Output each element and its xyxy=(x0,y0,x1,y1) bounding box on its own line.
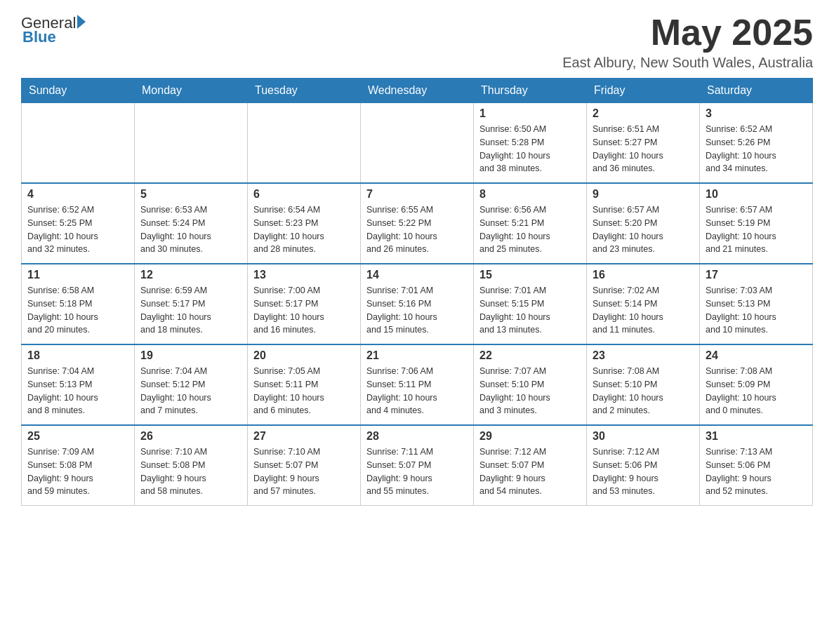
calendar-cell: 12Sunrise: 6:59 AMSunset: 5:17 PMDayligh… xyxy=(135,264,248,344)
calendar-cell: 26Sunrise: 7:10 AMSunset: 5:08 PMDayligh… xyxy=(135,425,248,506)
calendar-table: SundayMondayTuesdayWednesdayThursdayFrid… xyxy=(21,78,813,506)
day-info: Sunrise: 7:01 AMSunset: 5:15 PMDaylight:… xyxy=(479,284,581,337)
day-number: 14 xyxy=(366,269,468,281)
calendar-cell: 24Sunrise: 7:08 AMSunset: 5:09 PMDayligh… xyxy=(700,344,813,425)
calendar-cell xyxy=(248,103,361,184)
day-info: Sunrise: 7:08 AMSunset: 5:09 PMDaylight:… xyxy=(706,365,807,417)
day-number: 15 xyxy=(479,269,581,281)
day-number: 11 xyxy=(27,269,128,281)
day-number: 29 xyxy=(479,430,581,443)
calendar-cell: 10Sunrise: 6:57 AMSunset: 5:19 PMDayligh… xyxy=(700,183,813,264)
calendar-cell xyxy=(361,103,474,184)
calendar-cell: 3Sunrise: 6:52 AMSunset: 5:26 PMDaylight… xyxy=(700,103,813,184)
day-info: Sunrise: 6:55 AMSunset: 5:22 PMDaylight:… xyxy=(366,203,468,256)
day-header-monday: Monday xyxy=(135,79,248,103)
day-info: Sunrise: 6:52 AMSunset: 5:25 PMDaylight:… xyxy=(27,203,128,256)
day-info: Sunrise: 6:52 AMSunset: 5:26 PMDaylight:… xyxy=(706,123,807,175)
day-number: 12 xyxy=(140,269,241,281)
day-info: Sunrise: 7:13 AMSunset: 5:06 PMDaylight:… xyxy=(706,445,807,498)
day-number: 10 xyxy=(706,188,807,201)
calendar-cell: 9Sunrise: 6:57 AMSunset: 5:20 PMDaylight… xyxy=(587,183,700,264)
day-number: 28 xyxy=(366,430,468,443)
day-number: 24 xyxy=(706,349,807,362)
day-header-wednesday: Wednesday xyxy=(361,79,474,103)
day-header-sunday: Sunday xyxy=(22,79,135,103)
day-number: 9 xyxy=(593,188,694,201)
day-number: 26 xyxy=(140,430,241,443)
day-info: Sunrise: 7:10 AMSunset: 5:08 PMDaylight:… xyxy=(140,445,241,498)
day-number: 31 xyxy=(706,430,807,443)
day-number: 19 xyxy=(140,349,241,362)
calendar-cell: 29Sunrise: 7:12 AMSunset: 5:07 PMDayligh… xyxy=(474,425,587,506)
calendar-cell: 18Sunrise: 7:04 AMSunset: 5:13 PMDayligh… xyxy=(22,344,135,425)
calendar-week-row: 18Sunrise: 7:04 AMSunset: 5:13 PMDayligh… xyxy=(22,344,813,425)
day-number: 7 xyxy=(366,188,468,201)
day-header-friday: Friday xyxy=(587,79,700,103)
day-info: Sunrise: 7:12 AMSunset: 5:07 PMDaylight:… xyxy=(479,445,581,498)
day-number: 18 xyxy=(27,349,128,362)
day-info: Sunrise: 6:51 AMSunset: 5:27 PMDaylight:… xyxy=(593,123,694,175)
day-info: Sunrise: 7:03 AMSunset: 5:13 PMDaylight:… xyxy=(706,284,807,337)
calendar-cell: 11Sunrise: 6:58 AMSunset: 5:18 PMDayligh… xyxy=(22,264,135,344)
day-header-thursday: Thursday xyxy=(474,79,587,103)
calendar-cell xyxy=(135,103,248,184)
day-info: Sunrise: 6:59 AMSunset: 5:17 PMDaylight:… xyxy=(140,284,241,337)
day-info: Sunrise: 7:05 AMSunset: 5:11 PMDaylight:… xyxy=(253,365,355,417)
calendar-cell: 8Sunrise: 6:56 AMSunset: 5:21 PMDaylight… xyxy=(474,183,587,264)
day-number: 16 xyxy=(593,269,694,281)
calendar-cell: 22Sunrise: 7:07 AMSunset: 5:10 PMDayligh… xyxy=(474,344,587,425)
day-info: Sunrise: 7:06 AMSunset: 5:11 PMDaylight:… xyxy=(366,365,468,417)
day-info: Sunrise: 7:04 AMSunset: 5:13 PMDaylight:… xyxy=(27,365,128,417)
day-number: 23 xyxy=(593,349,694,362)
calendar-cell: 14Sunrise: 7:01 AMSunset: 5:16 PMDayligh… xyxy=(361,264,474,344)
calendar-cell: 20Sunrise: 7:05 AMSunset: 5:11 PMDayligh… xyxy=(248,344,361,425)
day-number: 25 xyxy=(27,430,128,443)
calendar-cell: 15Sunrise: 7:01 AMSunset: 5:15 PMDayligh… xyxy=(474,264,587,344)
location-subtitle: East Albury, New South Wales, Australia xyxy=(562,55,813,71)
calendar-cell: 7Sunrise: 6:55 AMSunset: 5:22 PMDaylight… xyxy=(361,183,474,264)
day-number: 13 xyxy=(253,269,355,281)
day-info: Sunrise: 6:54 AMSunset: 5:23 PMDaylight:… xyxy=(253,203,355,256)
day-number: 20 xyxy=(253,349,355,362)
day-number: 6 xyxy=(253,188,355,201)
day-info: Sunrise: 7:11 AMSunset: 5:07 PMDaylight:… xyxy=(366,445,468,498)
day-info: Sunrise: 7:02 AMSunset: 5:14 PMDaylight:… xyxy=(593,284,694,337)
calendar-cell: 1Sunrise: 6:50 AMSunset: 5:28 PMDaylight… xyxy=(474,103,587,184)
day-number: 27 xyxy=(253,430,355,443)
day-header-saturday: Saturday xyxy=(700,79,813,103)
calendar-header-row: SundayMondayTuesdayWednesdayThursdayFrid… xyxy=(22,79,813,103)
title-section: May 2025 East Albury, New South Wales, A… xyxy=(562,14,813,71)
calendar-cell: 17Sunrise: 7:03 AMSunset: 5:13 PMDayligh… xyxy=(700,264,813,344)
calendar-cell: 4Sunrise: 6:52 AMSunset: 5:25 PMDaylight… xyxy=(22,183,135,264)
calendar-cell: 30Sunrise: 7:12 AMSunset: 5:06 PMDayligh… xyxy=(587,425,700,506)
day-info: Sunrise: 6:57 AMSunset: 5:20 PMDaylight:… xyxy=(593,203,694,256)
calendar-cell: 2Sunrise: 6:51 AMSunset: 5:27 PMDaylight… xyxy=(587,103,700,184)
day-info: Sunrise: 7:10 AMSunset: 5:07 PMDaylight:… xyxy=(253,445,355,498)
day-header-tuesday: Tuesday xyxy=(248,79,361,103)
day-info: Sunrise: 6:53 AMSunset: 5:24 PMDaylight:… xyxy=(140,203,241,256)
day-info: Sunrise: 6:56 AMSunset: 5:21 PMDaylight:… xyxy=(479,203,581,256)
calendar-week-row: 11Sunrise: 6:58 AMSunset: 5:18 PMDayligh… xyxy=(22,264,813,344)
day-number: 30 xyxy=(593,430,694,443)
calendar-cell: 27Sunrise: 7:10 AMSunset: 5:07 PMDayligh… xyxy=(248,425,361,506)
logo-blue-text: Blue xyxy=(22,28,86,46)
calendar-week-row: 4Sunrise: 6:52 AMSunset: 5:25 PMDaylight… xyxy=(22,183,813,264)
calendar-cell: 31Sunrise: 7:13 AMSunset: 5:06 PMDayligh… xyxy=(700,425,813,506)
day-info: Sunrise: 6:58 AMSunset: 5:18 PMDaylight:… xyxy=(27,284,128,337)
day-info: Sunrise: 7:01 AMSunset: 5:16 PMDaylight:… xyxy=(366,284,468,337)
calendar-week-row: 1Sunrise: 6:50 AMSunset: 5:28 PMDaylight… xyxy=(22,103,813,184)
calendar-cell: 21Sunrise: 7:06 AMSunset: 5:11 PMDayligh… xyxy=(361,344,474,425)
day-info: Sunrise: 6:50 AMSunset: 5:28 PMDaylight:… xyxy=(479,123,581,175)
calendar-cell: 16Sunrise: 7:02 AMSunset: 5:14 PMDayligh… xyxy=(587,264,700,344)
day-number: 3 xyxy=(706,107,807,120)
logo-icon xyxy=(76,18,86,29)
calendar-cell: 5Sunrise: 6:53 AMSunset: 5:24 PMDaylight… xyxy=(135,183,248,264)
logo: General Blue xyxy=(21,14,86,46)
day-number: 21 xyxy=(366,349,468,362)
calendar-cell xyxy=(22,103,135,184)
day-info: Sunrise: 7:00 AMSunset: 5:17 PMDaylight:… xyxy=(253,284,355,337)
calendar-cell: 19Sunrise: 7:04 AMSunset: 5:12 PMDayligh… xyxy=(135,344,248,425)
day-number: 8 xyxy=(479,188,581,201)
day-number: 4 xyxy=(27,188,128,201)
day-info: Sunrise: 7:07 AMSunset: 5:10 PMDaylight:… xyxy=(479,365,581,417)
